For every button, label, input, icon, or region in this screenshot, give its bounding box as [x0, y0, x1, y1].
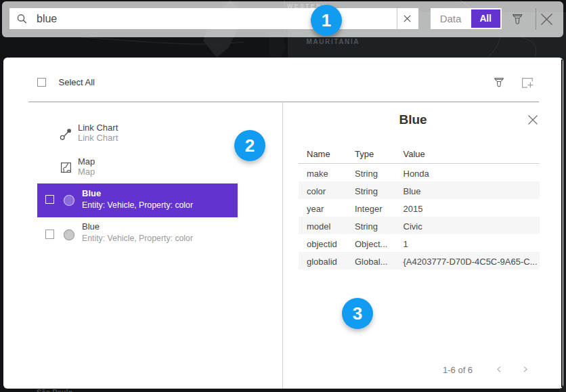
svg-text:MAURITANIA: MAURITANIA	[307, 38, 360, 45]
